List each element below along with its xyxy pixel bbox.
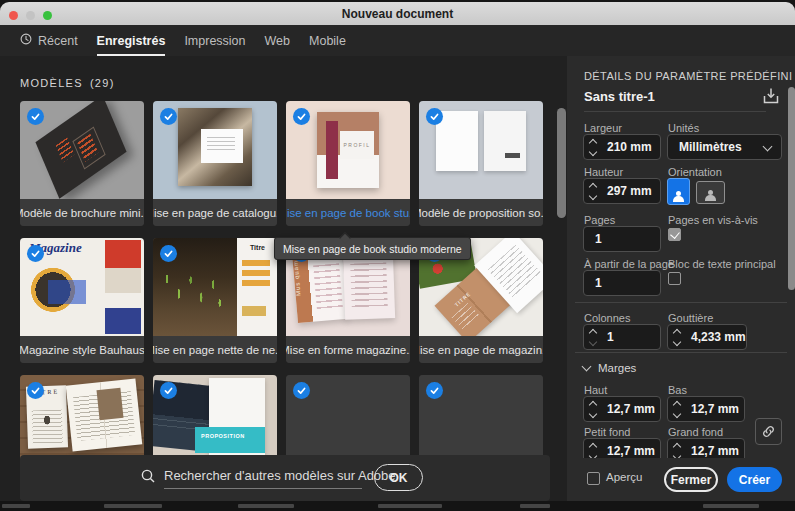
preview-checkbox[interactable] — [587, 472, 600, 485]
template-card[interactable]: Modèle de proposition so... — [419, 101, 543, 226]
margin-top-field[interactable]: 12,7 mm — [583, 396, 661, 422]
orientation-label: Orientation — [668, 166, 722, 178]
gutter-label: Gouttière — [668, 312, 713, 324]
margin-top-label: Haut — [584, 384, 607, 396]
gutter-stepper[interactable] — [668, 325, 685, 349]
templates-count: (29) — [90, 77, 115, 89]
tab-bar: RécentEnregistrésImpressionWebMobile — [0, 25, 795, 56]
width-value: 210 mm — [601, 140, 652, 154]
template-card-label: Modèle de proposition so... — [419, 199, 543, 226]
tab-enregistres[interactable]: Enregistrés — [97, 25, 166, 56]
selected-check-icon — [27, 382, 44, 399]
selected-check-icon — [160, 108, 177, 125]
height-label: Hauteur — [584, 166, 623, 178]
margin-outside-label: Grand fond — [668, 426, 723, 438]
gutter-field[interactable]: 4,233 mm — [667, 324, 747, 350]
selected-check-icon — [160, 382, 177, 399]
window-title: Nouveau document — [0, 7, 795, 21]
margin-bottom-value: 12,7 mm — [685, 402, 739, 416]
create-button[interactable]: Créer — [727, 467, 782, 492]
template-card[interactable]: Modèle de brochure mini... — [20, 101, 144, 226]
tab-label: Impression — [184, 34, 245, 48]
start-page-field[interactable]: 1 — [583, 270, 661, 296]
columns-label: Colonnes — [584, 312, 630, 324]
template-card-label: Mise en page de catalogu... — [153, 199, 277, 226]
tab-label: Mobile — [309, 34, 346, 48]
selected-check-icon — [293, 108, 310, 125]
margins-section-toggle[interactable]: Marges — [583, 362, 636, 374]
search-ok-button[interactable]: OK — [374, 464, 423, 491]
tab-web[interactable]: Web — [265, 25, 290, 56]
width-field[interactable]: 210 mm — [583, 134, 661, 160]
panel-heading: DÉTAILS DU PARAMÈTRE PRÉDÉFINI — [584, 70, 792, 82]
template-card[interactable]: PROFIL Mise en page de book stu... — [286, 101, 410, 226]
primary-text-frame-checkbox[interactable] — [668, 272, 681, 285]
facing-pages-checkbox[interactable] — [668, 228, 681, 241]
landscape-orientation-icon[interactable] — [696, 181, 725, 204]
units-dropdown[interactable]: Millimètres — [667, 134, 782, 160]
template-card-label: Magazine style Bauhaus — [20, 336, 144, 363]
tab-impression[interactable]: Impression — [184, 25, 245, 56]
height-stepper[interactable] — [584, 179, 601, 203]
gutter-value: 4,233 mm — [685, 330, 746, 344]
columns-field[interactable]: 1 — [583, 324, 661, 350]
clock-icon — [20, 33, 32, 48]
titlebar: Nouveau document — [0, 2, 795, 25]
margin-bottom-field[interactable]: 12,7 mm — [667, 396, 745, 422]
preset-details-panel: DÉTAILS DU PARAMÈTRE PRÉDÉFINI Sans titr… — [567, 56, 795, 501]
save-preset-icon[interactable] — [761, 86, 781, 110]
margin-inside-label: Petit fond — [584, 426, 630, 438]
template-card-label: Mise en page de magazin... — [419, 336, 543, 363]
columns-value: 1 — [601, 330, 614, 344]
template-card[interactable]: Mise en page de catalogu... — [153, 101, 277, 226]
search-input[interactable]: Rechercher d'autres modèles sur Adobe — [164, 468, 362, 489]
divider — [575, 352, 787, 353]
selected-check-icon — [426, 382, 443, 399]
columns-stepper[interactable] — [584, 325, 601, 349]
template-card-label: Mise en page nette de ne... — [153, 336, 277, 363]
divider — [584, 111, 766, 112]
width-stepper[interactable] — [584, 135, 601, 159]
portrait-orientation-icon[interactable] — [667, 178, 690, 205]
templates-area: MODÈLES (29) Modèle de brochure mini... … — [0, 56, 567, 501]
grid-scrollbar-thumb[interactable] — [557, 108, 566, 218]
search-bar[interactable]: Rechercher d'autres modèles sur Adobe OK — [20, 455, 550, 501]
margin-top-value: 12,7 mm — [601, 402, 655, 416]
margin-inside-value: 12,7 mm — [601, 444, 655, 458]
templates-heading: MODÈLES — [20, 77, 83, 89]
tab-label: Enregistrés — [97, 34, 166, 48]
template-card-label: Mise en page de book stu... — [286, 199, 410, 226]
height-field[interactable]: 297 mm — [583, 178, 661, 204]
link-margins-button[interactable] — [755, 418, 782, 445]
panel-scrollbar-thumb[interactable] — [788, 87, 795, 290]
margin-bottom-stepper[interactable] — [668, 397, 685, 421]
tooltip-text: Mise en page de book studio moderne — [283, 243, 462, 255]
pages-label: Pages — [584, 214, 615, 226]
template-grid: Modèle de brochure mini... Mise en page … — [20, 101, 543, 500]
new-document-dialog: Nouveau document RécentEnregistrésImpres… — [0, 0, 795, 511]
search-icon — [140, 468, 156, 488]
document-name-input[interactable]: Sans titre-1 — [584, 89, 655, 104]
pages-field[interactable]: 1 — [583, 226, 661, 252]
margin-top-stepper[interactable] — [584, 397, 601, 421]
width-label: Largeur — [584, 122, 622, 134]
facing-pages-label: Pages en vis-à-vis — [668, 214, 758, 226]
thumbnail-text: Titre — [250, 244, 265, 251]
margins-label: Marges — [598, 362, 636, 374]
close-button[interactable]: Fermer — [664, 467, 718, 492]
margin-outside-value: 12,7 mm — [685, 444, 739, 458]
margin-bottom-label: Bas — [668, 384, 687, 396]
template-card-label: Mise en forme magazine... — [286, 336, 410, 363]
template-card[interactable]: Titre Mise en page nette de ne... — [153, 238, 277, 363]
thumbnail-text: PROPOSITION — [201, 433, 245, 439]
template-card[interactable]: Magazine Magazine style Bauhaus — [20, 238, 144, 363]
start-page-label: À partir de la page — [584, 258, 674, 270]
template-tooltip: Mise en page de book studio moderne — [274, 237, 471, 260]
tab-recent[interactable]: Récent — [20, 25, 78, 56]
units-label: Unités — [668, 122, 699, 134]
selected-check-icon — [160, 245, 177, 262]
tab-mobile[interactable]: Mobile — [309, 25, 346, 56]
selected-check-icon — [27, 108, 44, 125]
selected-check-icon — [293, 382, 310, 399]
divider — [575, 302, 787, 303]
